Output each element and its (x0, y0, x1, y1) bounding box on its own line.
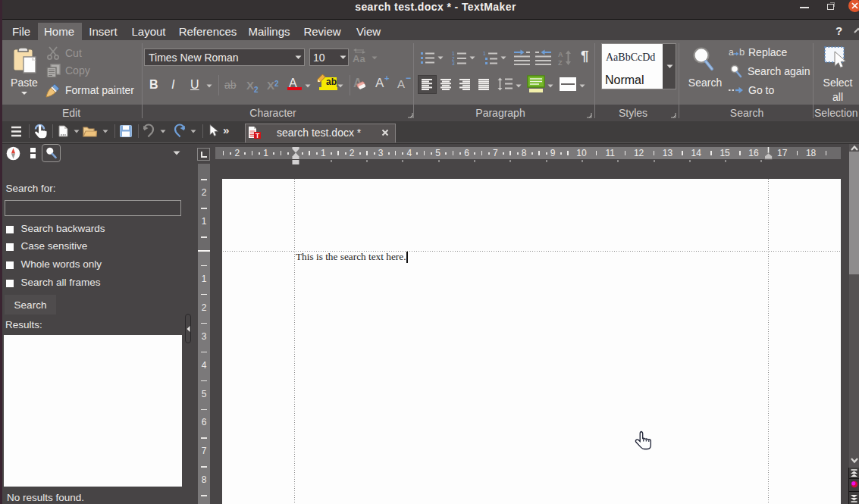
svg-text:T: T (256, 132, 260, 139)
svg-text:Z: Z (558, 59, 563, 67)
svg-text:3: 3 (452, 61, 455, 66)
svg-text:1: 1 (483, 51, 486, 56)
svg-text:A: A (558, 51, 563, 58)
